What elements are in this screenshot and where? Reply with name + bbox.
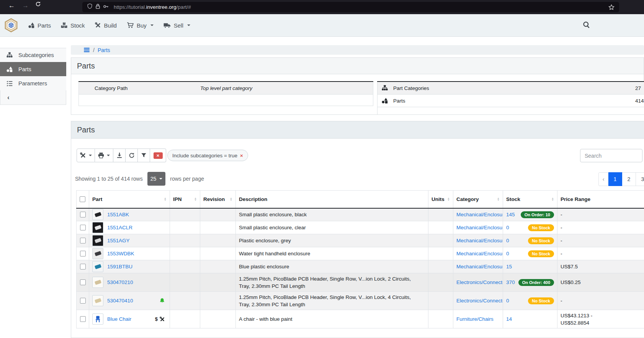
hamburger-menu-icon[interactable] bbox=[83, 47, 90, 53]
refresh-button[interactable] bbox=[126, 149, 138, 162]
column-header-part[interactable]: Part▲▼ bbox=[89, 191, 170, 208]
stock-link[interactable]: 15 bbox=[506, 264, 512, 269]
filter-button[interactable] bbox=[138, 149, 150, 162]
category-path-row: Category Path Top level part category bbox=[78, 82, 373, 95]
lock-icon[interactable] bbox=[95, 3, 101, 11]
stock-link[interactable]: 0 bbox=[506, 225, 509, 230]
sidebar-collapse-button[interactable]: ‹ bbox=[0, 90, 66, 105]
sort-arrows-icon[interactable]: ▲▼ bbox=[549, 197, 554, 201]
column-header-flex: Units▲▼ bbox=[432, 196, 450, 202]
nav-item-stock[interactable]: Stock bbox=[61, 22, 85, 29]
nav-item-buy[interactable]: Buy bbox=[127, 22, 154, 29]
part-link[interactable]: 530470410 bbox=[107, 298, 133, 304]
row-checkbox[interactable] bbox=[80, 264, 86, 269]
row-checkbox[interactable] bbox=[80, 212, 86, 217]
row-select-cell bbox=[77, 310, 89, 328]
caret-down-icon bbox=[187, 24, 190, 26]
row-checkbox[interactable] bbox=[80, 279, 86, 285]
pagination-page-1[interactable]: 1 bbox=[608, 172, 622, 186]
tools-menu-button[interactable] bbox=[77, 149, 95, 162]
browser-back-button[interactable]: ← bbox=[8, 2, 15, 10]
search-input[interactable] bbox=[580, 149, 642, 162]
part-thumbnail[interactable] bbox=[92, 261, 103, 272]
part-link[interactable]: 1591BTBU bbox=[107, 264, 132, 269]
row-checkbox[interactable] bbox=[80, 316, 86, 322]
page-size-dropdown[interactable]: 25 bbox=[147, 172, 166, 186]
bookmark-star-icon[interactable] bbox=[608, 4, 615, 10]
nav-item-parts[interactable]: Parts bbox=[28, 22, 51, 29]
select-all-checkbox[interactable] bbox=[80, 196, 85, 202]
column-header-revision[interactable]: Revision▲▼ bbox=[200, 191, 236, 208]
remove-filter-icon[interactable]: × bbox=[240, 153, 243, 158]
stock-link[interactable]: 0 bbox=[506, 238, 509, 243]
nav-item-sell[interactable]: Sell bbox=[163, 22, 190, 29]
sidebar-item-subcategories[interactable]: Subcategories bbox=[0, 48, 66, 62]
units-cell bbox=[428, 247, 453, 260]
row-checkbox[interactable] bbox=[80, 251, 86, 256]
filter-chip[interactable]: Include subcategories = true × bbox=[167, 150, 248, 161]
key-icon[interactable] bbox=[103, 3, 109, 11]
sitemap-icon bbox=[381, 85, 388, 91]
category-link[interactable]: Electronics/Connectors bbox=[456, 298, 503, 304]
column-header-category[interactable]: Category▲▼ bbox=[453, 191, 503, 208]
summary-empty-row bbox=[377, 107, 644, 115]
stock-link[interactable]: 370 bbox=[506, 279, 515, 285]
category-link[interactable]: Mechanical/Enclosures bbox=[456, 264, 503, 269]
column-header-ipn[interactable]: IPN▲▼ bbox=[170, 191, 200, 208]
part-thumbnail[interactable] bbox=[92, 209, 103, 220]
part-thumbnail[interactable] bbox=[92, 222, 103, 233]
row-checkbox[interactable] bbox=[80, 238, 86, 243]
part-thumbnail[interactable] bbox=[92, 314, 103, 325]
pagination-prev[interactable]: ‹ bbox=[598, 172, 608, 186]
category-link[interactable]: Mechanical/Enclosures bbox=[456, 238, 503, 243]
breadcrumb-parts-link[interactable]: Parts bbox=[98, 47, 110, 53]
download-button[interactable] bbox=[113, 149, 126, 162]
search-icon[interactable] bbox=[583, 21, 590, 30]
part-link[interactable]: 530470210 bbox=[107, 279, 133, 285]
inventree-logo[interactable] bbox=[4, 18, 18, 33]
sort-arrows-icon[interactable]: ▲▼ bbox=[192, 197, 197, 201]
part-thumbnail[interactable] bbox=[92, 277, 103, 288]
remove-filters-button[interactable]: ✕ bbox=[150, 149, 166, 162]
pagination-page-2[interactable]: 2 bbox=[622, 172, 636, 186]
stock-link[interactable]: 0 bbox=[506, 251, 509, 256]
sort-arrows-icon[interactable]: ▲▼ bbox=[495, 197, 500, 201]
stock-link[interactable]: 145 bbox=[506, 212, 515, 217]
pagination-page-3[interactable]: 3 bbox=[636, 172, 644, 186]
print-menu-button[interactable] bbox=[95, 149, 113, 162]
stock-link[interactable]: 0 bbox=[506, 298, 509, 304]
category-link[interactable]: Mechanical/Enclosures bbox=[456, 251, 503, 256]
column-header-stock[interactable]: Stock▲▼ bbox=[503, 191, 557, 208]
part-thumbnail[interactable] bbox=[92, 235, 103, 246]
sidebar-item-parameters[interactable]: Parameters bbox=[0, 76, 66, 90]
column-header-units[interactable]: Units▲▼ bbox=[428, 191, 453, 208]
stock-link[interactable]: 14 bbox=[506, 316, 512, 322]
part-thumbnail[interactable] bbox=[92, 295, 103, 306]
browser-reload-button[interactable] bbox=[35, 1, 41, 9]
category-link[interactable]: Furniture/Chairs bbox=[456, 316, 494, 322]
category-link[interactable]: Electronics/Connectors bbox=[456, 279, 503, 285]
breadcrumb: / Parts bbox=[71, 45, 644, 55]
row-checkbox[interactable] bbox=[80, 298, 86, 304]
part-link[interactable]: 1551ABK bbox=[107, 212, 129, 217]
browser-forward-button[interactable]: → bbox=[22, 2, 29, 10]
sidebar-item-parts[interactable]: Parts bbox=[0, 62, 66, 76]
sort-arrows-icon[interactable]: ▲▼ bbox=[227, 197, 232, 201]
part-image-shape bbox=[95, 298, 101, 304]
nav-item-build[interactable]: Build bbox=[95, 22, 117, 29]
shield-icon[interactable] bbox=[87, 3, 93, 11]
part-link[interactable]: 1551AGY bbox=[107, 238, 130, 243]
category-path-card: Category Path Top level part category bbox=[78, 81, 373, 106]
part-link[interactable]: 1553WDBK bbox=[107, 251, 134, 256]
stock-cell: 0No Stock bbox=[503, 234, 557, 247]
sort-arrows-icon[interactable]: ▲▼ bbox=[445, 197, 450, 201]
category-link[interactable]: Mechanical/Enclosures bbox=[456, 212, 503, 217]
part-link[interactable]: 1551ACLR bbox=[107, 225, 132, 230]
sort-arrows-icon[interactable]: ▲▼ bbox=[162, 197, 167, 201]
url-bar[interactable]: https://tutorial.inventree.org/part/# bbox=[82, 2, 619, 12]
part-link[interactable]: Blue Chair bbox=[107, 316, 131, 322]
price-line: - bbox=[561, 297, 644, 304]
part-thumbnail[interactable] bbox=[92, 248, 103, 259]
row-checkbox[interactable] bbox=[80, 225, 86, 230]
category-link[interactable]: Mechanical/Enclosures bbox=[456, 225, 503, 230]
